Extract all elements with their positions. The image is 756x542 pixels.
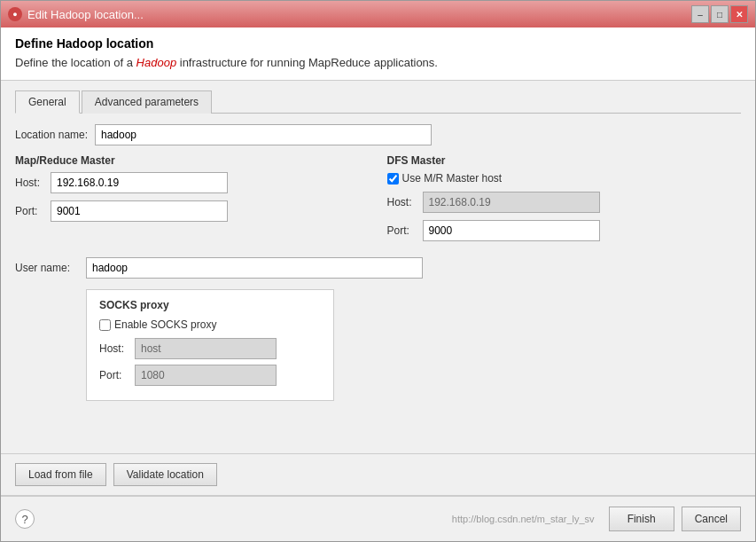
mapreduce-column: Map/Reduce Master Host: Port: xyxy=(15,154,370,248)
mapreduce-port-label: Port: xyxy=(15,205,51,217)
desc-after: infrastructure for running MapReduce app… xyxy=(176,56,438,69)
restore-button[interactable]: □ xyxy=(711,5,729,23)
location-name-label: Location name: xyxy=(15,129,95,141)
main-content: General Advanced parameters Location nam… xyxy=(1,81,755,453)
dfs-host-label: Host: xyxy=(387,196,423,208)
username-row: User name: xyxy=(15,257,741,279)
footer-left: ? xyxy=(15,509,35,529)
action-buttons: Load from file Validate location xyxy=(1,453,755,495)
footer-right: http://blog.csdn.net/m_star_ly_sv Finish… xyxy=(452,507,741,531)
socks-host-input[interactable] xyxy=(135,338,277,359)
username-label: User name: xyxy=(15,262,86,274)
dfs-checkbox-row: Use M/R Master host xyxy=(387,172,742,185)
dfs-checkbox[interactable] xyxy=(387,173,399,185)
cancel-button[interactable]: Cancel xyxy=(682,507,741,531)
dfs-port-label: Port: xyxy=(387,224,423,237)
main-window: ● Edit Hadoop location... – □ ✕ Define H… xyxy=(0,0,756,542)
tab-advanced[interactable]: Advanced parameters xyxy=(82,90,212,114)
socks-title: SOCKS proxy xyxy=(99,299,321,311)
footer: ? http://blog.csdn.net/m_star_ly_sv Fini… xyxy=(1,495,755,541)
help-button[interactable]: ? xyxy=(15,509,35,529)
socks-checkbox[interactable] xyxy=(99,319,111,331)
username-input[interactable] xyxy=(86,257,423,279)
socks-checkbox-row: Enable SOCKS proxy xyxy=(99,318,321,331)
mapreduce-port-input[interactable] xyxy=(51,200,228,222)
dfs-checkbox-label: Use M/R Master host xyxy=(402,172,503,185)
desc-before: Define the location of a xyxy=(15,56,136,69)
mapreduce-port-row: Port: xyxy=(15,200,370,222)
window-title: Edit Hadoop location... xyxy=(27,8,144,21)
master-columns: Map/Reduce Master Host: Port: DFS Master xyxy=(15,154,741,248)
load-from-file-button[interactable]: Load from file xyxy=(15,463,106,486)
mapreduce-title: Map/Reduce Master xyxy=(15,154,370,167)
dfs-port-input[interactable] xyxy=(423,220,600,241)
tab-bar: General Advanced parameters xyxy=(15,90,741,114)
app-icon: ● xyxy=(8,7,22,21)
title-bar-left: ● Edit Hadoop location... xyxy=(8,7,144,21)
header-title: Define Hadoop location xyxy=(15,36,741,51)
watermark: http://blog.csdn.net/m_star_ly_sv xyxy=(452,514,595,524)
location-name-input[interactable] xyxy=(95,124,432,145)
dfs-port-row: Port: xyxy=(387,220,742,241)
dfs-title: DFS Master xyxy=(387,154,742,167)
close-button[interactable]: ✕ xyxy=(730,5,748,23)
mapreduce-host-input[interactable] xyxy=(51,172,228,193)
socks-host-row: Host: xyxy=(99,338,321,359)
location-name-row: Location name: xyxy=(15,124,741,145)
socks-host-label: Host: xyxy=(99,342,135,355)
socks-port-input[interactable] xyxy=(135,365,277,386)
socks-port-row: Port: xyxy=(99,365,321,386)
header-description: Define the location of a Hadoop infrastr… xyxy=(15,56,741,69)
finish-button[interactable]: Finish xyxy=(609,507,674,531)
header-section: Define Hadoop location Define the locati… xyxy=(1,27,755,81)
dfs-column: DFS Master Use M/R Master host Host: Por… xyxy=(387,154,742,248)
socks-proxy-box: SOCKS proxy Enable SOCKS proxy Host: Por… xyxy=(86,289,334,401)
title-bar: ● Edit Hadoop location... – □ ✕ xyxy=(1,1,755,27)
socks-checkbox-label: Enable SOCKS proxy xyxy=(114,318,216,331)
tab-general[interactable]: General xyxy=(15,90,80,114)
mapreduce-host-label: Host: xyxy=(15,177,51,189)
validate-location-button[interactable]: Validate location xyxy=(113,463,217,486)
dfs-host-input[interactable] xyxy=(423,192,600,213)
title-controls: – □ ✕ xyxy=(691,5,748,23)
dfs-host-row: Host: xyxy=(387,192,742,213)
desc-highlight: Hadoop xyxy=(136,56,177,69)
minimize-button[interactable]: – xyxy=(691,5,709,23)
form-area: Location name: Map/Reduce Master Host: P… xyxy=(15,124,741,401)
socks-port-label: Port: xyxy=(99,369,135,381)
mapreduce-host-row: Host: xyxy=(15,172,370,193)
